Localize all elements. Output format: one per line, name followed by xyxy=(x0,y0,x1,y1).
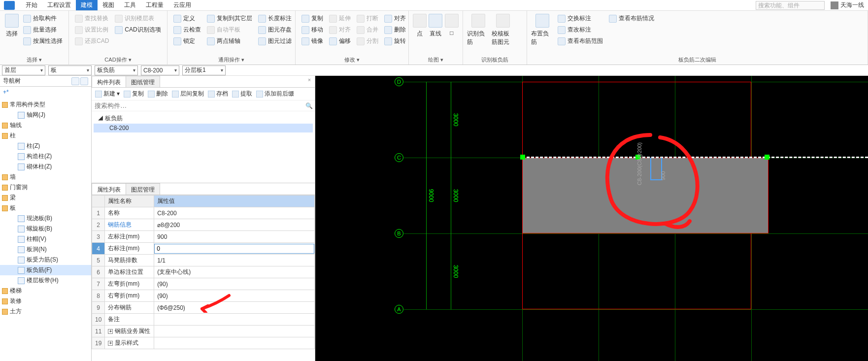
add-prefix-suffix[interactable]: 添加前后缀 xyxy=(255,89,296,99)
mirror-btn[interactable]: 镜像 xyxy=(300,36,325,46)
copy-component[interactable]: 复制 xyxy=(122,89,145,99)
archive-btn[interactable]: 存档 xyxy=(206,89,230,99)
prop-value-input[interactable] xyxy=(154,244,314,254)
move-btn[interactable]: 移动 xyxy=(300,25,325,35)
group-modify-label[interactable]: 修改 ▾ xyxy=(299,55,405,65)
prop-row[interactable]: 4右标注(mm) xyxy=(92,243,315,255)
nav-node[interactable]: 板 xyxy=(0,203,91,213)
group-select-label[interactable]: 选择 ▾ xyxy=(3,55,66,65)
cad-identify-options[interactable]: CAD识别选项 xyxy=(113,25,163,35)
tab-drawing-manage[interactable]: 图纸管理 xyxy=(126,76,160,87)
group-cad-label[interactable]: CAD操作 ▾ xyxy=(72,55,164,65)
floor-select[interactable]: 首层▾ xyxy=(2,66,45,75)
group-draw-label[interactable]: 绘图 ▾ xyxy=(412,55,460,65)
batch-select[interactable]: 批量选择 xyxy=(21,25,65,35)
length-dim[interactable]: 长度标注 xyxy=(256,13,294,24)
select-button[interactable]: 选择 xyxy=(3,13,20,39)
nav-node[interactable]: 梁 xyxy=(0,193,91,203)
nav-tree[interactable]: 常用构件类型轴网(J)轴线柱柱(Z)构造柱(Z)砌体柱(Z)墙门窗洞梁板现浇板(… xyxy=(0,98,91,361)
prop-row[interactable]: 3左标注(mm)900 xyxy=(92,231,315,243)
grid-view-icon[interactable] xyxy=(80,77,88,85)
prop-row[interactable]: 2钢筋信息⌀8@200 xyxy=(92,219,315,231)
define-btn[interactable]: 定义 xyxy=(171,13,203,24)
nav-node[interactable]: 楼层板带(H) xyxy=(0,275,91,286)
tab-prop-list[interactable]: 属性列表 xyxy=(92,183,126,195)
prop-select[interactable]: 按属性选择 xyxy=(21,36,65,46)
app-icon[interactable] xyxy=(4,1,15,10)
comp-tree-parent[interactable]: ◢ 板负筋 xyxy=(94,113,313,124)
comp-tree-item[interactable]: C8-200 xyxy=(94,124,313,132)
nav-node[interactable]: 装修 xyxy=(0,296,91,306)
menu-quantity[interactable]: 工程量 xyxy=(141,0,168,10)
nav-node[interactable]: 土方 xyxy=(0,306,91,317)
category-select[interactable]: 板▾ xyxy=(48,66,92,75)
nav-node[interactable]: 板负筋(F) xyxy=(0,265,91,275)
layout-neg-rebar[interactable]: 布置负筋 xyxy=(530,13,555,47)
group-general-label[interactable]: 通用操作 ▾ xyxy=(170,55,292,65)
nav-node[interactable]: 柱(Z) xyxy=(0,141,91,151)
nav-node[interactable]: 楼梯 xyxy=(0,286,91,296)
extract-btn[interactable]: 提取 xyxy=(231,89,254,99)
search-icon[interactable]: 🔍 xyxy=(303,100,315,111)
menu-modeling[interactable]: 建模 xyxy=(76,0,98,10)
align-btn[interactable]: 对齐 xyxy=(382,13,408,24)
menu-view[interactable]: 视图 xyxy=(98,0,119,10)
prop-row[interactable]: 7左弯折(mm)(90) xyxy=(92,278,315,290)
nav-node[interactable]: 柱帽(V) xyxy=(0,234,91,244)
element-save[interactable]: 图元存盘 xyxy=(256,25,294,35)
new-component[interactable]: 新建 ▾ xyxy=(94,89,121,99)
nav-node[interactable]: 轴网(J) xyxy=(0,110,91,120)
prop-row[interactable]: 9分布钢筋(Φ6@250) xyxy=(92,302,315,314)
prop-row[interactable]: 8右弯折(mm)(90) xyxy=(92,290,315,302)
tab-component-list[interactable]: 构件列表 xyxy=(92,76,126,87)
copy-to-floor[interactable]: 复制到其它层 xyxy=(205,13,254,24)
list-view-icon[interactable] xyxy=(71,77,79,85)
delete-component[interactable]: 删除 xyxy=(146,89,169,99)
view-rebar-status[interactable]: 查看布筋情况 xyxy=(607,13,656,24)
nav-node[interactable]: 柱 xyxy=(0,131,91,141)
pick-component[interactable]: 拾取构件 xyxy=(21,13,65,24)
layer-select[interactable]: 分层板1▾ xyxy=(182,66,226,75)
menu-cloud[interactable]: 云应用 xyxy=(168,0,196,10)
view-rebar-range[interactable]: 查看布筋范围 xyxy=(556,36,605,46)
floor-copy[interactable]: 层间复制 xyxy=(170,89,205,99)
component-search[interactable] xyxy=(92,100,303,111)
delete-btn[interactable]: 删除 xyxy=(382,25,408,35)
nav-node[interactable]: 常用构件类型 xyxy=(0,99,91,110)
nav-node[interactable]: 螺旋板(B) xyxy=(0,224,91,234)
menu-start[interactable]: 开始 xyxy=(21,0,42,10)
prop-row[interactable]: 10备注 xyxy=(92,314,315,326)
type-select[interactable]: 板负筋▾ xyxy=(95,66,138,75)
copy-btn[interactable]: 复制 xyxy=(300,13,325,24)
component-select[interactable]: C8-200▾ xyxy=(141,66,179,75)
nav-node[interactable]: 门窗洞 xyxy=(0,182,91,193)
nav-node[interactable]: 墙 xyxy=(0,172,91,182)
prop-row[interactable]: 5马凳筋排数1/1 xyxy=(92,255,315,266)
nav-node[interactable]: 板受力筋(S) xyxy=(0,255,91,265)
nav-node[interactable]: 现浇板(B) xyxy=(0,213,91,224)
check-modify-label[interactable]: 查改标注 xyxy=(556,25,605,35)
nav-node[interactable]: 轴线 xyxy=(0,120,91,131)
rotate-btn[interactable]: 旋转 xyxy=(382,36,408,46)
swap-label[interactable]: 交换标注 xyxy=(556,13,605,24)
offset-btn[interactable]: 偏移 xyxy=(327,36,353,46)
drawing-canvas[interactable]: D C B A 3000 3000 3000 9000 xyxy=(315,76,868,361)
menu-project-settings[interactable]: 工程设置 xyxy=(42,0,76,10)
element-filter[interactable]: 图元过滤 xyxy=(256,36,294,46)
nav-node[interactable]: 板洞(N) xyxy=(0,244,91,255)
two-point-axis[interactable]: 两点辅轴 xyxy=(205,36,254,46)
add-nav-item[interactable]: +* xyxy=(0,87,91,98)
prop-row[interactable]: 11+钢筋业务属性 xyxy=(92,326,315,337)
lock-btn[interactable]: 锁定 xyxy=(171,36,203,46)
nav-node[interactable]: 构造柱(Z) xyxy=(0,151,91,162)
expand-icon[interactable]: + xyxy=(108,329,113,334)
panel-close-button[interactable]: × xyxy=(306,77,313,84)
user-menu[interactable]: 天海一线 xyxy=(831,1,864,9)
draw-line[interactable]: 直线 xyxy=(428,13,443,39)
global-search[interactable]: 搜索功能、组件 xyxy=(756,1,825,10)
prop-row[interactable]: 6单边标注位置(支座中心线) xyxy=(92,266,315,278)
prop-row[interactable]: 19+显示样式 xyxy=(92,337,315,349)
prop-row[interactable]: 1名称C8-200 xyxy=(92,207,315,219)
nav-node[interactable]: 砌体柱(Z) xyxy=(0,162,91,172)
cloud-check[interactable]: 云检查 xyxy=(171,25,203,35)
